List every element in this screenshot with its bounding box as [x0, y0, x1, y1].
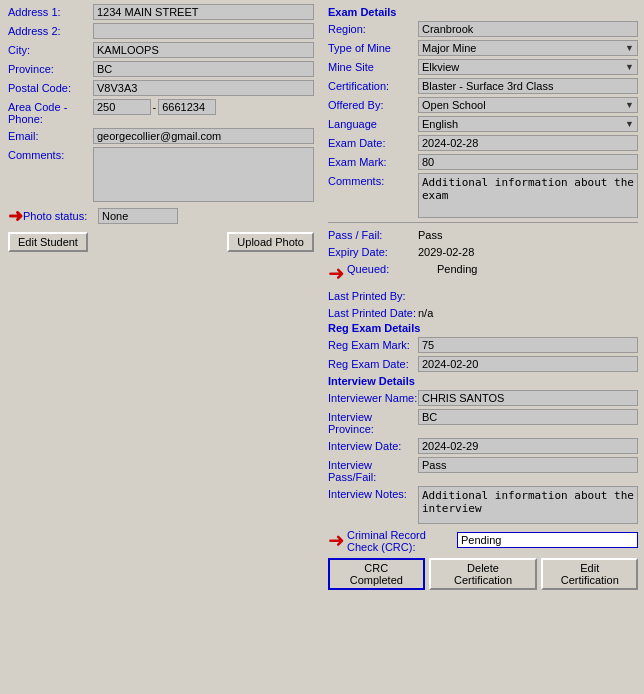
interviewer-name-row: Interviewer Name: CHRIS SANTOS	[328, 390, 638, 406]
interview-pass-fail-row: Interview Pass/Fail: Pass	[328, 457, 638, 483]
comments-row: Comments:	[8, 147, 314, 202]
photo-status-value: None	[98, 208, 178, 224]
interview-notes-textarea[interactable]	[418, 486, 638, 524]
region-value: Cranbrook	[418, 21, 638, 37]
interview-province-value: BC	[418, 409, 638, 425]
exam-details-title: Exam Details	[328, 6, 638, 18]
address1-label: Address 1:	[8, 4, 93, 18]
address2-row: Address 2:	[8, 23, 314, 39]
mine-site-label: Mine Site	[328, 59, 418, 73]
mine-site-value[interactable]: Elkview ▼	[418, 59, 638, 75]
exam-comments-row: Comments:	[328, 173, 638, 218]
expiry-date-value: 2029-02-28	[418, 244, 638, 258]
type-of-mine-row: Type of Mine Major Mine ▼	[328, 40, 638, 56]
address1-value: 1234 MAIN STREET	[93, 4, 314, 20]
pass-fail-label: Pass / Fail:	[328, 227, 418, 241]
language-arrow-icon: ▼	[625, 119, 634, 129]
postal-row: Postal Code: V8V3A3	[8, 80, 314, 96]
comments-textarea[interactable]	[93, 147, 314, 202]
email-row: Email: georgecollier@gmail.com	[8, 128, 314, 144]
offered-by-arrow-icon: ▼	[625, 100, 634, 110]
areacode-label: Area Code - Phone:	[8, 99, 93, 125]
city-row: City: KAMLOOPS	[8, 42, 314, 58]
crc-row: ➜ Criminal Record Check (CRC): Pending	[328, 527, 638, 553]
email-value: georgecollier@gmail.com	[93, 128, 314, 144]
interview-pass-fail-value: Pass	[418, 457, 638, 473]
last-printed-date-row: Last Printed Date: n/a	[328, 305, 638, 319]
edit-certification-button[interactable]: Edit Certification	[541, 558, 638, 590]
certification-row: Certification: Blaster - Surface 3rd Cla…	[328, 78, 638, 94]
offered-by-row: Offered By: Open School ▼	[328, 97, 638, 113]
interview-pass-fail-label: Interview Pass/Fail:	[328, 457, 418, 483]
interview-province-label: Interview Province:	[328, 409, 418, 435]
province-row: Province: BC	[8, 61, 314, 77]
comments-label: Comments:	[8, 147, 93, 161]
queued-value: Pending	[437, 261, 638, 275]
region-row: Region: Cranbrook	[328, 21, 638, 37]
interviewer-name-value: CHRIS SANTOS	[418, 390, 638, 406]
reg-exam-mark-row: Reg Exam Mark: 75	[328, 337, 638, 353]
crc-completed-button[interactable]: CRC Completed	[328, 558, 425, 590]
language-label: Language	[328, 116, 418, 130]
bottom-button-row: CRC Completed Delete Certification Edit …	[328, 558, 638, 590]
phone-inputs: 250 - 6661234	[93, 99, 216, 115]
province-label: Province:	[8, 61, 93, 75]
phone-value: 6661234	[158, 99, 216, 115]
address2-label: Address 2:	[8, 23, 93, 37]
photo-status-row: ➜ Photo status: None	[8, 205, 314, 227]
offered-by-label: Offered By:	[328, 97, 418, 111]
reg-exam-mark-value: 75	[418, 337, 638, 353]
province-value: BC	[93, 61, 314, 77]
crc-arrow-icon: ➜	[328, 528, 345, 552]
address2-value	[93, 23, 314, 39]
exam-comments-textarea[interactable]	[418, 173, 638, 218]
queued-row: ➜ Queued: Pending	[328, 261, 638, 285]
interview-date-label: Interview Date:	[328, 438, 418, 452]
last-printed-date-value: n/a	[418, 305, 638, 319]
interview-title: Interview Details	[328, 375, 638, 387]
last-printed-by-row: Last Printed By:	[328, 288, 638, 302]
exam-mark-row: Exam Mark: 80	[328, 154, 638, 170]
reg-exam-date-row: Reg Exam Date: 2024-02-20	[328, 356, 638, 372]
certification-label: Certification:	[328, 78, 418, 92]
city-value: KAMLOOPS	[93, 42, 314, 58]
delete-certification-button[interactable]: Delete Certification	[429, 558, 538, 590]
postal-label: Postal Code:	[8, 80, 93, 94]
last-printed-date-label: Last Printed Date:	[328, 305, 418, 319]
photo-arrow-icon: ➜	[8, 205, 23, 227]
right-panel: Exam Details Region: Cranbrook Type of M…	[322, 0, 644, 594]
crc-value[interactable]: Pending	[457, 532, 638, 548]
interview-province-row: Interview Province: BC	[328, 409, 638, 435]
left-panel: Address 1: 1234 MAIN STREET Address 2: C…	[0, 0, 322, 594]
exam-mark-value: 80	[418, 154, 638, 170]
email-label: Email:	[8, 128, 93, 142]
reg-exam-mark-label: Reg Exam Mark:	[328, 337, 418, 351]
phone-row: Area Code - Phone: 250 - 6661234	[8, 99, 314, 125]
crc-label: Criminal Record Check (CRC):	[347, 527, 457, 553]
exam-comments-label: Comments:	[328, 173, 418, 187]
language-value[interactable]: English ▼	[418, 116, 638, 132]
region-label: Region:	[328, 21, 418, 35]
exam-date-value: 2024-02-28	[418, 135, 638, 151]
pass-fail-row: Pass / Fail: Pass	[328, 227, 638, 241]
mine-site-row: Mine Site Elkview ▼	[328, 59, 638, 75]
offered-by-value[interactable]: Open School ▼	[418, 97, 638, 113]
interview-date-row: Interview Date: 2024-02-29	[328, 438, 638, 454]
postal-value: V8V3A3	[93, 80, 314, 96]
type-of-mine-label: Type of Mine	[328, 40, 418, 54]
edit-student-button[interactable]: Edit Student	[8, 232, 88, 252]
expiry-date-row: Expiry Date: 2029-02-28	[328, 244, 638, 258]
reg-exam-date-label: Reg Exam Date:	[328, 356, 418, 370]
language-row: Language English ▼	[328, 116, 638, 132]
interview-notes-row: Interview Notes:	[328, 486, 638, 524]
upload-photo-button[interactable]: Upload Photo	[227, 232, 314, 252]
interviewer-name-label: Interviewer Name:	[328, 390, 418, 404]
type-of-mine-value[interactable]: Major Mine ▼	[418, 40, 638, 56]
left-button-row: Edit Student Upload Photo	[8, 232, 314, 252]
address1-row: Address 1: 1234 MAIN STREET	[8, 4, 314, 20]
areacode-value: 250	[93, 99, 151, 115]
last-printed-by-label: Last Printed By:	[328, 288, 418, 302]
queued-arrow-icon: ➜	[328, 261, 345, 285]
exam-date-label: Exam Date:	[328, 135, 418, 149]
exam-mark-label: Exam Mark:	[328, 154, 418, 168]
